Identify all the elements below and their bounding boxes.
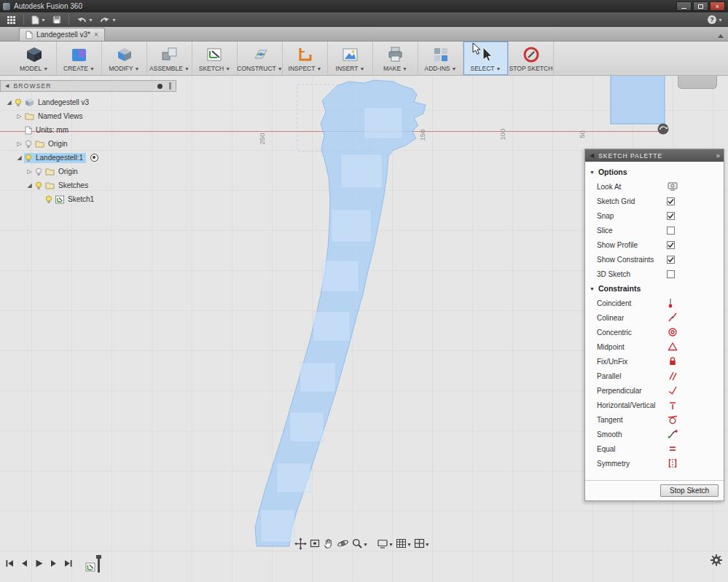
lookat-icon[interactable] (667, 182, 678, 191)
palette-section-options[interactable]: ▼Options (585, 165, 724, 179)
hand-tool-button[interactable] (322, 538, 335, 551)
step-back-button[interactable] (19, 559, 30, 570)
checkbox[interactable] (667, 241, 675, 249)
visibility-bulb-icon[interactable] (15, 98, 22, 107)
toolbar-item-make[interactable]: MAKE ▼ (373, 42, 418, 75)
browser-item-origin[interactable]: ▷Origin (0, 165, 176, 178)
collapse-arrow-icon[interactable]: ◢ (4, 99, 14, 106)
timeline-sketch-feature-icon[interactable] (85, 562, 96, 573)
checkbox[interactable] (667, 270, 675, 278)
palette-row-label: Midpoint (597, 343, 667, 351)
smooth-icon[interactable] (667, 429, 678, 439)
checkbox[interactable] (667, 197, 675, 205)
coincident-icon[interactable] (667, 298, 678, 308)
colinear-icon[interactable] (667, 312, 678, 323)
chevron-down-icon[interactable]: ▼ (407, 542, 412, 547)
browser-header[interactable]: ◀ BROWSER (0, 80, 176, 92)
toolbar-item-insert[interactable]: INSERT ▼ (328, 42, 373, 75)
collapse-arrow-icon[interactable]: ◢ (15, 154, 24, 161)
display-tool-button[interactable]: ▼ (376, 538, 394, 551)
expand-arrow-icon[interactable]: ▷ (15, 141, 24, 147)
toolbar-item-assemble[interactable]: ASSEMBLE ▼ (147, 42, 192, 75)
expand-arrow-icon[interactable]: ▷ (15, 113, 24, 119)
visibility-bulb-icon[interactable] (35, 168, 42, 176)
visibility-bulb-icon[interactable] (45, 195, 52, 204)
perpendicular-icon[interactable] (667, 385, 678, 396)
browser-grip[interactable] (169, 82, 171, 90)
chevron-down-icon[interactable]: ▼ (363, 542, 368, 547)
palette-section-constraints[interactable]: ▼Constraints (585, 281, 724, 296)
browser-dot-icon[interactable] (157, 84, 163, 89)
toolbar-item-model[interactable]: MODEL ▼ (12, 42, 57, 75)
toolbar-item-sketch[interactable]: SKETCH ▼ (192, 42, 238, 75)
timeline-marker[interactable] (98, 555, 100, 573)
pan-tool-button[interactable] (294, 538, 308, 551)
chevron-down-icon[interactable]: ▼ (388, 542, 394, 547)
chevron-down-icon[interactable]: ▼ (425, 542, 430, 547)
fix-icon[interactable] (667, 356, 678, 366)
grid-tool-button[interactable]: ▼ (395, 538, 412, 551)
viewports-tool-button[interactable]: ▼ (413, 538, 431, 551)
file-menu-button[interactable]: ▼ (30, 15, 47, 25)
browser-item-origin[interactable]: ▷Origin (0, 137, 176, 151)
visibility-bulb-icon[interactable] (35, 181, 42, 190)
save-button[interactable] (51, 15, 63, 25)
equal-icon[interactable] (667, 444, 678, 454)
zoom-tool-button[interactable]: ▼ (351, 538, 369, 551)
visibility-bulb-icon[interactable] (25, 140, 32, 149)
undo-button[interactable]: ▼ (75, 15, 95, 25)
orbit-tool-button[interactable] (336, 538, 350, 551)
checkbox[interactable] (667, 256, 675, 264)
symmetry-icon[interactable] (667, 458, 678, 468)
concentric-icon[interactable] (667, 327, 678, 337)
help-caret-icon[interactable]: ▼ (718, 17, 723, 23)
toolbar-item-add-ins[interactable]: ADD-INS ▼ (418, 42, 463, 75)
toolbar-item-create[interactable]: CREATE ▼ (57, 42, 102, 75)
toolbar-item-inspect[interactable]: INSPECT ▼ (283, 42, 328, 75)
skip-start-button[interactable] (4, 559, 15, 570)
stop-sketch-button[interactable]: Stop Sketch (660, 484, 719, 497)
play-button[interactable] (34, 559, 44, 570)
browser-item-sketches[interactable]: ◢Sketches (0, 178, 176, 192)
step-forward-button[interactable] (48, 559, 59, 570)
visibility-bulb-icon[interactable] (25, 154, 32, 162)
browser-item-landegestell-v3[interactable]: ◢Landegestell v3 (0, 95, 176, 109)
app-grid-icon[interactable] (5, 15, 17, 25)
checkbox[interactable] (667, 212, 675, 220)
palette-expand-icon[interactable]: » (716, 152, 719, 160)
parallel-icon[interactable] (667, 371, 678, 381)
document-tab[interactable]: Landegestell v3* × (19, 28, 105, 41)
browser-item-named-views[interactable]: ▷Named Views (0, 109, 176, 123)
minimize-button[interactable] (676, 1, 692, 11)
toolbar-collapse-icon[interactable] (718, 34, 724, 38)
toolbar-item-select[interactable]: SELECT ▼ (463, 42, 509, 75)
browser-item-landegestell-1[interactable]: ◢Landegestell:1 (0, 151, 176, 165)
preferences-gear-icon[interactable] (711, 554, 722, 567)
addins-icon (431, 44, 450, 64)
sketch-palette-header[interactable]: ◀ SKETCH PALETTE » (585, 149, 724, 162)
help-icon[interactable]: ? (708, 15, 716, 24)
constraints-row-fix-unfix: Fix/UnFix (585, 354, 724, 369)
horizvert-icon[interactable] (667, 400, 678, 410)
checkbox[interactable] (667, 227, 675, 235)
tab-close-icon[interactable]: × (94, 31, 98, 39)
app-logo-icon (3, 3, 10, 10)
toolbar-item-construct[interactable]: CONSTRUCT ▼ (238, 42, 283, 75)
toolbar-item-stop-sketch[interactable]: STOP SKETCH (509, 42, 554, 75)
palette-grip-icon[interactable]: ◀ (590, 152, 595, 159)
browser-item-units-mm[interactable]: Units: mm (0, 123, 176, 137)
redo-button[interactable]: ▼ (98, 15, 118, 25)
maximize-button[interactable] (693, 1, 708, 11)
close-button[interactable]: × (710, 1, 725, 11)
midpoint-icon[interactable] (667, 342, 678, 352)
tangent-icon[interactable] (667, 414, 678, 425)
activate-component-radio[interactable] (90, 154, 98, 162)
fit-tool-button[interactable] (308, 538, 321, 551)
skip-end-button[interactable] (63, 559, 74, 570)
orbit-icon[interactable] (657, 122, 670, 137)
toolbar-item-modify[interactable]: MODIFY ▼ (102, 42, 147, 75)
expand-arrow-icon[interactable]: ▷ (25, 168, 34, 175)
collapse-arrow-icon[interactable]: ◢ (25, 182, 34, 189)
browser-collapse-icon[interactable]: ◀ (5, 83, 9, 89)
browser-item-sketch1[interactable]: Sketch1 (0, 192, 176, 206)
